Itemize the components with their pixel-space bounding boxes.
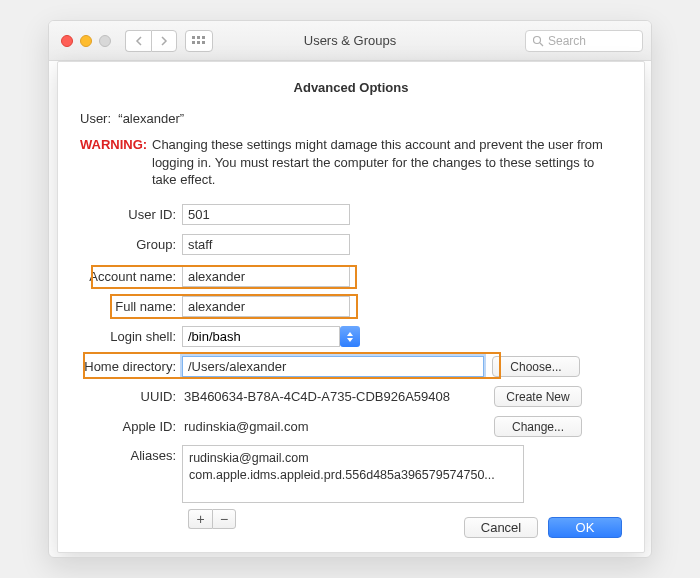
chevron-right-icon	[160, 36, 168, 46]
group-input[interactable]	[182, 234, 350, 255]
label-apple-id: Apple ID:	[80, 419, 182, 434]
choose-button[interactable]: Choose...	[492, 356, 580, 377]
account-name-input[interactable]	[182, 266, 350, 287]
advanced-options-sheet: Advanced Options User: “alexander” WARNI…	[57, 61, 645, 553]
label-full-name: Full name:	[80, 299, 182, 314]
login-shell-input[interactable]	[182, 326, 340, 347]
dropdown-chevron-icon[interactable]	[340, 326, 360, 347]
home-directory-input[interactable]	[182, 356, 484, 377]
label-uuid: UUID:	[80, 389, 182, 404]
warning-text: Changing these settings might damage thi…	[152, 136, 622, 189]
row-account-name: Account name:	[80, 265, 622, 289]
label-login-shell: Login shell:	[80, 329, 182, 344]
row-login-shell: Login shell:	[80, 325, 622, 349]
row-uuid: UUID: 3B460634-B78A-4C4D-A735-CDB926A594…	[80, 385, 622, 409]
grid-icon	[192, 36, 206, 46]
change-button[interactable]: Change...	[494, 416, 582, 437]
user-label: User:	[80, 111, 111, 126]
cancel-button[interactable]: Cancel	[464, 517, 538, 538]
user-id-input[interactable]	[182, 204, 350, 225]
warning-label: WARNING:	[80, 136, 152, 189]
show-all-button[interactable]	[185, 30, 213, 52]
row-user-id: User ID:	[80, 203, 622, 227]
nav-forward-button[interactable]	[151, 30, 177, 52]
user-line: User: “alexander”	[80, 111, 622, 126]
label-user-id: User ID:	[80, 207, 182, 222]
alias-item-2[interactable]: com.apple.idms.appleid.prd.556d485a39657…	[189, 467, 517, 484]
uuid-value: 3B460634-B78A-4C4D-A735-CDB926A59408	[182, 389, 486, 404]
row-group: Group:	[80, 233, 622, 257]
svg-rect-5	[202, 41, 205, 44]
label-group: Group:	[80, 237, 182, 252]
svg-rect-4	[197, 41, 200, 44]
add-alias-button[interactable]: +	[188, 509, 212, 529]
aliases-list[interactable]: rudinskia@gmail.com com.apple.idms.apple…	[182, 445, 524, 503]
apple-id-value: rudinskia@gmail.com	[182, 419, 486, 434]
search-icon	[532, 35, 544, 47]
svg-point-6	[534, 36, 541, 43]
form-area: User ID: Group: Account name:	[80, 203, 622, 529]
footer-buttons: Cancel OK	[464, 517, 622, 538]
row-apple-id: Apple ID: rudinskia@gmail.com Change...	[80, 415, 622, 439]
alias-item-1[interactable]: rudinskia@gmail.com	[189, 450, 517, 467]
row-aliases: Aliases: rudinskia@gmail.com com.apple.i…	[80, 445, 622, 503]
chevron-left-icon	[135, 36, 143, 46]
svg-line-7	[540, 43, 543, 46]
svg-rect-1	[197, 36, 200, 39]
svg-rect-3	[192, 41, 195, 44]
nav-buttons	[125, 30, 177, 52]
login-shell-select[interactable]	[182, 326, 360, 347]
row-full-name: Full name:	[80, 295, 622, 319]
search-placeholder: Search	[548, 34, 586, 48]
full-name-input[interactable]	[182, 296, 350, 317]
svg-rect-0	[192, 36, 195, 39]
row-home-directory: Home directory: Choose...	[80, 355, 622, 379]
label-aliases: Aliases:	[80, 445, 182, 463]
minimize-icon[interactable]	[80, 35, 92, 47]
label-account-name: Account name:	[80, 269, 182, 284]
sheet-title: Advanced Options	[80, 80, 622, 95]
maximize-icon	[99, 35, 111, 47]
user-value: “alexander”	[118, 111, 184, 126]
traffic-lights	[61, 35, 111, 47]
create-new-button[interactable]: Create New	[494, 386, 582, 407]
nav-back-button[interactable]	[125, 30, 151, 52]
search-input[interactable]: Search	[525, 30, 643, 52]
ok-button[interactable]: OK	[548, 517, 622, 538]
close-icon[interactable]	[61, 35, 73, 47]
label-home-directory: Home directory:	[80, 359, 182, 374]
svg-rect-2	[202, 36, 205, 39]
preferences-window: Users & Groups Search Advanced Options U…	[48, 20, 652, 558]
titlebar: Users & Groups Search	[49, 21, 651, 61]
remove-alias-button[interactable]: −	[212, 509, 236, 529]
warning-block: WARNING: Changing these settings might d…	[80, 136, 622, 189]
